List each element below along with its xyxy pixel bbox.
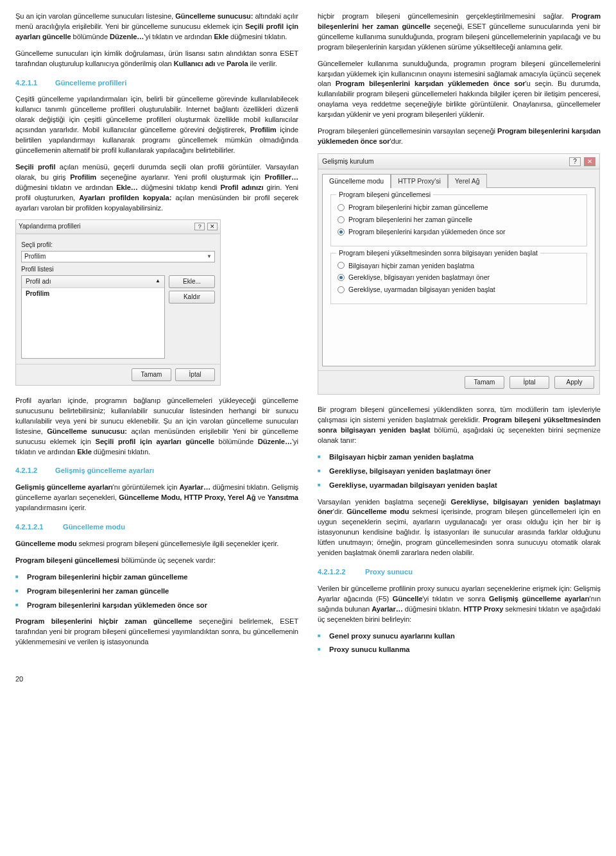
cancel-button[interactable]: İptal [509,376,549,389]
list-item[interactable]: Profilim [22,288,164,300]
group-component-update: Program bileşeni güncellemesi Program bi… [330,194,587,246]
para: Program bileşenleri güncellemesinin vars… [318,126,601,147]
para: Güncellemeler kullanıma sunulduğunda, pr… [318,59,601,120]
option-list: Genel proxy sunucu ayarlarını kullan Pro… [318,631,601,656]
ok-button[interactable]: Tamam [465,376,504,389]
para: Verilen bir güncelleme profilinin proxy … [318,584,601,625]
para: Güncelleme modu sekmesi program bileşeni… [15,539,298,549]
add-button[interactable]: Ekle... [169,275,215,288]
page-number: 20 [15,674,601,685]
dialog-title: Gelişmiş kurulum [322,157,374,166]
tab-update-mode[interactable]: Güncelleme modu [322,174,391,188]
apply-button[interactable]: Apply [554,376,594,389]
heading-4212: 4.2.1.2Gelişmiş güncelleme ayarları [15,466,298,476]
list-item: Bilgisayarı hiçbir zaman yeniden başlatm… [318,452,601,463]
profile-listbox[interactable]: Profil adı▲ Profilim [21,275,165,359]
para: Program bileşeni güncellemesi bölümünde … [15,556,298,566]
option-list: Bilgisayarı hiçbir zaman yeniden başlatm… [318,452,601,491]
window-controls: ? ✕ [194,222,218,231]
group-restart: Program bileşeni yükseltmesinden sonra b… [330,253,587,305]
radio-never-restart[interactable]: Bilgisayarı hiçbir zaman yeniden başlatm… [338,261,580,271]
ok-button[interactable]: Tamam [132,368,171,381]
remove-button[interactable]: Kaldır [169,291,215,304]
right-column: hiçbir program bileşeni güncellemesinin … [318,12,601,662]
dialog-advanced-setup: Gelişmiş kurulum ? ✕ Güncelleme modu HTT… [318,153,600,395]
label-profile-list: Profil listesi [21,265,215,274]
window-controls: ? ✕ [568,157,595,166]
radio-never-update[interactable]: Program bileşenlerini hiçbir zaman günce… [338,203,580,212]
dialog-title: Yapılandırma profilleri [19,222,81,231]
list-item: Program bileşenlerini hiçbir zaman günce… [15,572,298,583]
radio-force-restart[interactable]: Gerekliyse, uyarmadan bilgisayarı yenide… [338,285,580,295]
close-icon[interactable]: ✕ [584,157,595,166]
para: Şu an için varolan güncelleme sunucuları… [15,12,298,42]
list-item: Proxy sunucu kullanma [318,645,601,655]
list-item: Program bileşenlerini her zaman güncelle [15,586,298,597]
chevron-down-icon: ▼ [207,253,212,260]
tab-lan[interactable]: Yerel Ağ [448,174,487,188]
heading-4211: 4.2.1.1Güncelleme profilleri [15,78,298,89]
left-column: Şu an için varolan güncelleme sunucuları… [15,12,298,662]
close-icon[interactable]: ✕ [207,223,218,230]
para: Bir program bileşeni güncellemesi yüklen… [318,405,601,446]
tab-http-proxy[interactable]: HTTP Proxy'si [391,174,448,188]
para: Program bileşenlerini hiçbir zaman günce… [15,617,298,647]
heading-42121: 4.2.1.2.1Güncelleme modu [15,522,298,533]
option-list: Program bileşenlerini hiçbir zaman günce… [15,572,298,611]
cancel-button[interactable]: İptal [175,368,215,381]
help-icon[interactable]: ? [569,157,581,166]
radio-offer-restart[interactable]: Gerekliyse, bilgisayarı yeniden başlatma… [338,273,580,282]
select-profile[interactable]: Profilim▼ [21,251,215,262]
sort-icon: ▲ [155,277,160,286]
para: Güncelleme sunucuları için kimlik doğrul… [15,49,298,69]
para: hiçbir program bileşeni güncellemesinin … [318,12,601,53]
dialog-profiles: Yapılandırma profilleri ? ✕ Seçli profil… [15,219,221,386]
para: Varsayılan yeniden başlatma seçeneği Ger… [318,497,601,558]
help-icon[interactable]: ? [194,223,205,230]
label-selected-profile: Seçli profil: [21,241,215,250]
list-item: Gerekliyse, bilgisayarı yeniden başlatma… [318,467,601,477]
radio-always-update[interactable]: Program bileşenlerini her zaman güncelle [338,215,580,225]
para: Çeşitli güncelleme yapılandırmaları için… [15,94,298,155]
list-item: Gerekliyse, uyarmadan bilgisayarı yenide… [318,481,601,491]
para: Seçili profil açılan menüsü, geçerli dur… [15,162,298,214]
para: Profil ayarları içinde, programın bağlan… [15,396,298,457]
radio-ask-before[interactable]: Program bileşenlerini karşıdan yüklemede… [338,227,580,237]
list-item: Genel proxy sunucu ayarlarını kullan [318,631,601,642]
heading-42122: 4.2.1.2.2Proxy sunucu [318,567,601,578]
para: Gelişmiş güncelleme ayarları'nı görüntül… [15,483,298,513]
list-item: Program bileşenlerini karşıdan yüklemede… [15,601,298,611]
